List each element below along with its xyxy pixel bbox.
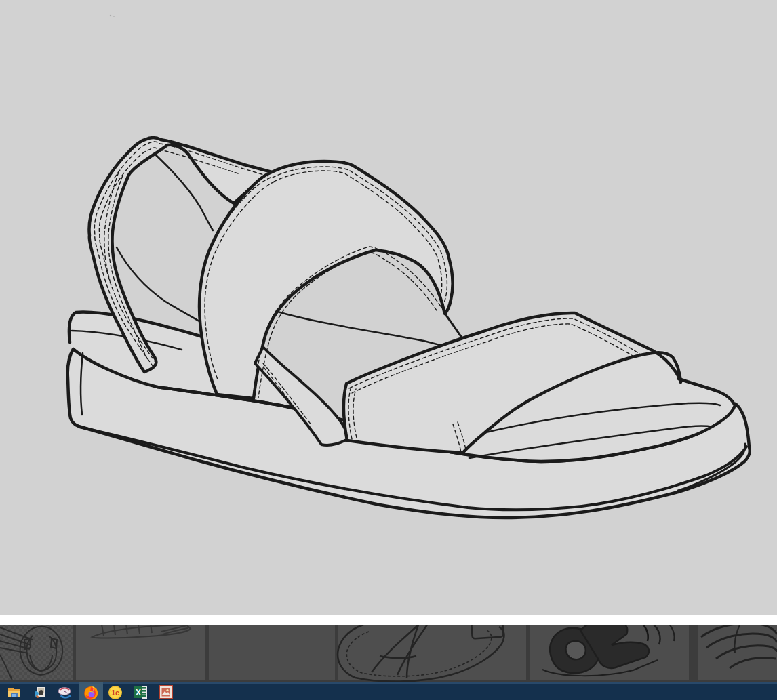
svg-text:X: X bbox=[136, 688, 141, 697]
svg-text:1e: 1e bbox=[111, 688, 119, 697]
